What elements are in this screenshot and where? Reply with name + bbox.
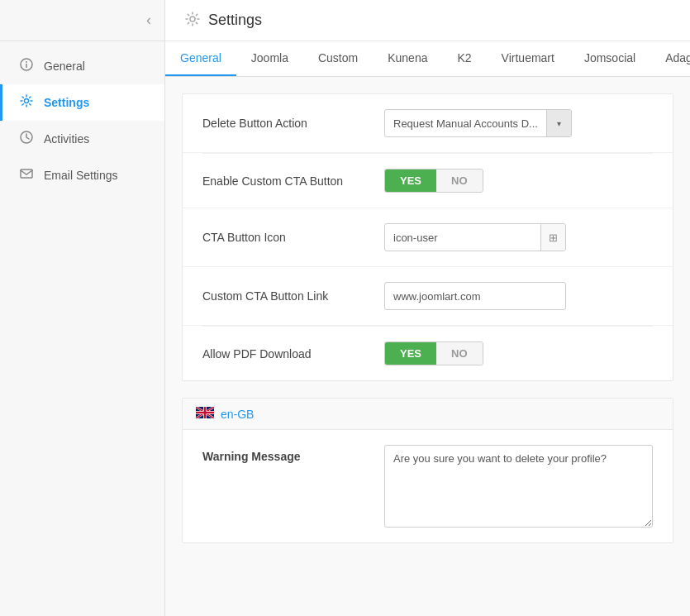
settings-content: Delete Button Action Request Manual Acco…: [165, 77, 690, 616]
custom-cta-link-input[interactable]: [384, 282, 566, 310]
svg-point-6: [190, 17, 195, 21]
enable-custom-cta-yes[interactable]: YES: [385, 170, 436, 192]
cta-button-icon-input[interactable]: [385, 224, 540, 251]
settings-icon: [19, 94, 34, 111]
tab-joomla[interactable]: Joomla: [236, 41, 303, 76]
enable-custom-cta-label: Enable Custom CTA Button: [202, 174, 384, 188]
delete-button-action-row: Delete Button Action Request Manual Acco…: [183, 94, 673, 153]
custom-cta-link-row: Custom CTA Button Link: [183, 267, 673, 326]
tab-adage[interactable]: Adage: [650, 41, 690, 76]
page-title: Settings: [208, 12, 262, 29]
sidebar-item-activities-label: Activities: [44, 132, 89, 146]
warning-message-row: Warning Message Are you sure you want to…: [183, 430, 673, 542]
locale-body: Warning Message Are you sure you want to…: [183, 430, 673, 542]
allow-pdf-download-yes[interactable]: YES: [385, 342, 436, 365]
locale-code-label: en-GB: [221, 408, 254, 421]
svg-rect-1: [26, 64, 27, 68]
tab-virtuemart[interactable]: Virtuemart: [487, 41, 569, 76]
warning-message-textarea[interactable]: Are you sure you want to delete your pro…: [384, 445, 653, 528]
warning-message-label: Warning Message: [202, 445, 384, 463]
sidebar-header: ‹: [0, 0, 164, 41]
main-content: Settings General Joomla Custom Kunena K2…: [165, 0, 690, 616]
tab-jomsocial[interactable]: Jomsocial: [569, 41, 650, 76]
svg-point-3: [25, 99, 29, 103]
sidebar: ‹ General Settings: [0, 0, 165, 616]
email-icon: [19, 167, 34, 184]
page-gear-icon: [185, 12, 200, 30]
enable-custom-cta-toggle: YES NO: [384, 169, 483, 193]
sidebar-item-settings[interactable]: Settings: [0, 84, 164, 121]
locale-section: en-GB Warning Message Are you sure you w…: [182, 398, 673, 543]
delete-button-action-dropdown[interactable]: Request Manual Accounts D... ▾: [384, 109, 572, 137]
tab-general[interactable]: General: [165, 41, 236, 76]
sidebar-nav: General Settings Activities: [0, 41, 164, 616]
cta-button-icon-row: CTA Button Icon ⊞: [183, 208, 673, 267]
custom-cta-link-label: Custom CTA Button Link: [202, 289, 384, 303]
delete-button-action-control: Request Manual Accounts D... ▾: [384, 109, 653, 137]
tabs-bar: General Joomla Custom Kunena K2 Virtuema…: [165, 41, 690, 77]
delete-button-action-label: Delete Button Action: [202, 117, 384, 130]
allow-pdf-download-control: YES NO: [384, 341, 653, 365]
cta-button-icon-input-wrapper: ⊞: [384, 223, 566, 251]
sidebar-item-email-label: Email Settings: [44, 169, 117, 182]
sidebar-item-general-label: General: [44, 60, 85, 73]
enable-custom-cta-row: Enable Custom CTA Button YES NO: [183, 154, 673, 208]
allow-pdf-download-toggle: YES NO: [384, 341, 483, 365]
allow-pdf-download-label: Allow PDF Download: [202, 347, 384, 361]
back-icon[interactable]: ‹: [146, 12, 151, 29]
info-icon: [19, 58, 34, 74]
cta-button-icon-control: ⊞: [384, 223, 653, 251]
sidebar-item-email-settings[interactable]: Email Settings: [0, 157, 164, 193]
dropdown-value: Request Manual Accounts D...: [385, 117, 546, 130]
cta-input-icon: ⊞: [540, 224, 565, 251]
svg-rect-5: [21, 170, 32, 178]
clock-icon: [19, 131, 34, 147]
sidebar-item-activities[interactable]: Activities: [0, 121, 164, 157]
tab-k2[interactable]: K2: [442, 41, 486, 76]
allow-pdf-download-no[interactable]: NO: [436, 342, 483, 365]
locale-header: en-GB: [183, 399, 673, 430]
sidebar-item-settings-label: Settings: [44, 96, 89, 109]
enable-custom-cta-no[interactable]: NO: [436, 170, 483, 192]
dropdown-caret-icon: ▾: [546, 110, 571, 136]
svg-point-2: [26, 61, 27, 63]
sidebar-item-general[interactable]: General: [0, 48, 164, 84]
cta-button-icon-label: CTA Button Icon: [202, 231, 384, 244]
tab-custom[interactable]: Custom: [303, 41, 373, 76]
allow-pdf-download-row: Allow PDF Download YES NO: [183, 327, 673, 380]
settings-section-main: Delete Button Action Request Manual Acco…: [182, 93, 673, 381]
page-header: Settings: [165, 0, 690, 41]
tab-kunena[interactable]: Kunena: [373, 41, 442, 76]
custom-cta-link-control: [384, 282, 653, 310]
uk-flag-icon: [196, 407, 214, 421]
enable-custom-cta-control: YES NO: [384, 169, 653, 193]
